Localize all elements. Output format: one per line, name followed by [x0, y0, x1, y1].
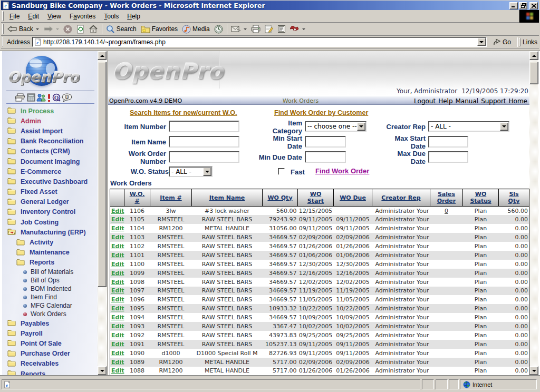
col-header-sales-order[interactable]: SalesOrder [430, 189, 463, 207]
sidebar-item-bill-of-materials[interactable]: Bill of Materials [2, 268, 98, 276]
edit-page-button[interactable] [263, 23, 275, 35]
item-number-input[interactable] [169, 121, 239, 132]
sidebar-item-bom-indented[interactable]: BOM Indented [2, 285, 98, 293]
sidebar-scrollbar[interactable] [98, 51, 107, 375]
mail-button[interactable] [229, 23, 249, 35]
item-category-select[interactable]: -- choose one -- [305, 121, 367, 132]
sidebar-item-executive-dashboard[interactable]: Executive Dashboard [2, 177, 98, 187]
sidebar-item-reports[interactable]: Reports [2, 369, 98, 375]
edit-link[interactable]: Edit [111, 216, 124, 223]
sidebar-item-job-costing[interactable]: Job Costing [2, 217, 98, 227]
sidebar-item-activity[interactable]: Activity [2, 237, 98, 247]
media-button[interactable]: Media [180, 23, 212, 35]
toolbar-grip[interactable] [2, 24, 4, 34]
col-header-wo-qty[interactable]: WO Qty [263, 189, 298, 207]
sidebar-scroll-up-icon[interactable] [98, 51, 107, 60]
favorites-button[interactable]: Favorites [139, 23, 180, 35]
menu-view[interactable]: View [43, 11, 65, 22]
address-input[interactable]: e http://208.179.140.14/~program/frames.… [32, 37, 487, 47]
close-button[interactable] [529, 2, 538, 9]
sidebar-item-mfg-calendar[interactable]: MFG Calendar [2, 301, 98, 310]
mail-dropdown-caret[interactable] [244, 28, 247, 30]
sidebar-item-assist-import[interactable]: Assist Import [2, 126, 98, 136]
sidebar-item-admin[interactable]: Admin [2, 116, 98, 126]
wo-status-select[interactable]: - ALL - [169, 166, 213, 177]
stop-button[interactable] [61, 23, 74, 35]
edit-link[interactable]: Edit [111, 243, 124, 250]
sidebar-item-reports[interactable]: Reports [2, 258, 98, 268]
sidebar-item-item-find[interactable]: Item Find [2, 293, 98, 301]
menu-grip[interactable] [2, 11, 4, 21]
links-grip[interactable] [519, 38, 520, 46]
edit-link[interactable]: Edit [111, 332, 124, 339]
sales-order-link[interactable]: 0 [445, 208, 448, 214]
discuss-button[interactable] [275, 23, 288, 35]
minimize-button[interactable] [509, 2, 518, 9]
search-button[interactable]: Search [104, 23, 139, 35]
main-scroll-thumb[interactable] [529, 62, 538, 84]
edit-link[interactable]: Edit [111, 270, 124, 277]
people-icon[interactable] [36, 93, 46, 102]
messenger-button[interactable] [288, 23, 307, 35]
query-icon[interactable]: Q [52, 93, 61, 102]
print-button[interactable] [249, 23, 263, 35]
address-dropdown-button[interactable] [477, 38, 486, 46]
fast-checkbox[interactable] [278, 168, 285, 175]
menu-favorites[interactable]: Favorites [65, 11, 100, 22]
sidebar-item-contacts-crm[interactable]: Contacts (CRM) [2, 146, 98, 156]
nav-link-support[interactable]: Support [481, 97, 506, 105]
menu-file[interactable]: File [5, 11, 24, 22]
menu-tools[interactable]: Tools [100, 11, 123, 22]
edit-link[interactable]: Edit [111, 323, 124, 330]
address-grip[interactable] [2, 37, 3, 46]
max-start-date-input[interactable] [428, 136, 468, 148]
printer-icon[interactable] [15, 93, 26, 102]
sidebar-item-document-imaging[interactable]: Document Imaging [2, 156, 98, 166]
col-header-item[interactable]: Item # [150, 189, 192, 207]
home-button[interactable] [86, 23, 100, 35]
restore-button[interactable] [519, 2, 527, 9]
col-header-item-name[interactable]: Item Name [192, 189, 263, 207]
sidebar-item-receivables[interactable]: Receivables [2, 359, 98, 369]
forward-button[interactable] [41, 23, 61, 35]
sidebar-item-payables[interactable]: Payables [2, 318, 98, 328]
find-by-customer-link[interactable]: Find Work Order by Customer [274, 109, 368, 116]
alert-icon[interactable] [47, 93, 51, 102]
nav-link-manual[interactable]: Manual [456, 97, 479, 105]
main-scrollbar[interactable] [529, 51, 538, 375]
edit-link[interactable]: Edit [111, 314, 124, 321]
creator-rep-select-arrow[interactable] [500, 122, 508, 131]
edit-link[interactable]: Edit [111, 252, 124, 259]
wo-status-select-arrow[interactable] [203, 168, 211, 176]
edit-link[interactable]: Edit [111, 208, 124, 214]
item-category-select-arrow[interactable] [357, 122, 365, 131]
edit-link[interactable]: Edit [111, 225, 124, 232]
edit-link[interactable]: Edit [111, 305, 124, 312]
sidebar-item-general-ledger[interactable]: General Ledger [2, 197, 98, 207]
find-work-order-link[interactable]: Find Work Order [315, 167, 369, 175]
sidebar-item-inventory-control[interactable]: Inventory Control [2, 207, 98, 217]
sidebar-item-in-process[interactable]: In Process [2, 106, 98, 116]
menu-edit[interactable]: Edit [24, 11, 43, 22]
sidebar-item-work-orders[interactable]: Work Orders [2, 310, 98, 318]
sidebar-item-purchase-order[interactable]: Purchase Order [2, 349, 98, 359]
sidebar-scroll-thumb[interactable] [98, 62, 107, 287]
col-header-wo-due[interactable]: WO Due [334, 189, 372, 207]
min-start-date-input[interactable] [305, 136, 346, 148]
chat-icon[interactable]: I [62, 93, 72, 102]
messenger-dropdown-caret[interactable] [302, 28, 305, 30]
search-items-link[interactable]: Search Items for new/current W.O. [130, 109, 237, 116]
col-header-wo-status[interactable]: WOStatus [463, 189, 499, 207]
col-header-sls-qty[interactable]: SlsQty [499, 189, 529, 207]
forward-dropdown-caret[interactable] [56, 28, 59, 30]
edit-link[interactable]: Edit [111, 296, 124, 303]
edit-link[interactable]: Edit [111, 350, 124, 357]
edit-link[interactable]: Edit [111, 279, 124, 286]
sidebar-item-manufacturing-erp[interactable]: Manufacturing (ERP) [2, 227, 98, 237]
work-order-number-input[interactable] [169, 151, 239, 163]
edit-link[interactable]: Edit [111, 234, 124, 241]
nav-link-home[interactable]: Home [509, 97, 527, 105]
sidebar-item-bill-of-ops[interactable]: Bill of Ops [2, 276, 98, 285]
back-dropdown-caret[interactable] [36, 28, 39, 30]
go-button[interactable]: Go [490, 37, 514, 47]
